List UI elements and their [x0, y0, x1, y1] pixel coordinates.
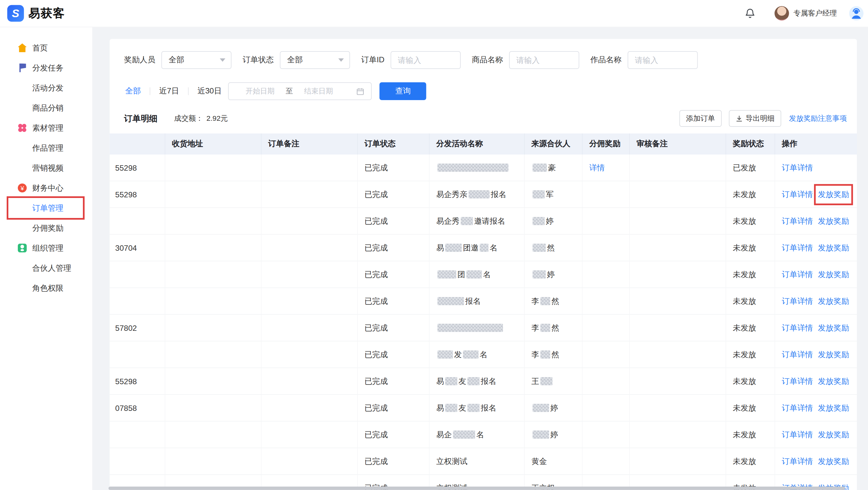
partner-cell: 婷 — [525, 262, 583, 288]
partner-cell: 黄金 — [525, 448, 583, 475]
product-name-input[interactable] — [509, 51, 579, 69]
grant-reward-link[interactable]: 发放奖励 — [818, 216, 849, 226]
censored-blur — [533, 431, 550, 439]
customer-service-icon[interactable] — [849, 6, 864, 21]
order-detail-link[interactable]: 订单详情 — [782, 323, 813, 333]
horizontal-scrollbar[interactable] — [108, 487, 868, 490]
sidebar-item-works-management[interactable]: 作品管理 — [0, 138, 93, 158]
sidebar-item-order-management[interactable]: 订单管理 — [0, 198, 93, 218]
order-id-cell — [110, 288, 165, 314]
commission-cell — [583, 395, 630, 421]
order-detail-link[interactable]: 订单详情 — [782, 216, 813, 226]
commission-detail-link[interactable]: 详情 — [589, 163, 605, 173]
cell-text: 婷 — [546, 216, 554, 226]
grant-reward-link[interactable]: 发放奖励 — [818, 189, 849, 200]
sidebar-item-home[interactable]: 首页 — [0, 38, 93, 58]
censored-blur — [533, 190, 545, 199]
add-order-button[interactable]: 添加订单 — [679, 110, 722, 127]
censored-blur — [533, 244, 546, 252]
order-detail-link[interactable]: 订单详情 — [782, 403, 813, 413]
order-status-cell: 已完成 — [358, 315, 430, 341]
org-icon — [18, 244, 27, 253]
grant-reward-link[interactable]: 发放奖励 — [818, 376, 849, 386]
remark-cell — [262, 341, 358, 368]
reward-status-cell: 未发放 — [726, 422, 775, 448]
sidebar-item-role-permissions[interactable]: 角色权限 — [0, 278, 93, 298]
order-detail-link[interactable]: 订单详情 — [782, 269, 813, 280]
order-detail-link[interactable]: 订单详情 — [782, 350, 813, 360]
censored-blur — [533, 217, 545, 225]
order-detail-link[interactable]: 订单详情 — [782, 456, 813, 466]
quick-filter-all[interactable]: 全部 — [125, 86, 141, 96]
censored-blur — [437, 297, 464, 305]
reward-notes-link[interactable]: 发放奖励注意事项 — [789, 113, 847, 124]
remark-cell — [262, 155, 358, 181]
sidebar-item-product-distribution[interactable]: 商品分销 — [0, 98, 93, 118]
order-id-cell: 07858 — [110, 395, 165, 421]
censored-blur — [533, 164, 547, 172]
audit-cell — [630, 448, 726, 475]
address-cell — [165, 155, 262, 181]
commission-cell — [583, 182, 630, 207]
reward-person-select[interactable]: 全部 — [161, 51, 232, 69]
order-id-cell — [110, 208, 165, 234]
cell-text: 婷 — [547, 269, 555, 280]
user-avatar[interactable] — [775, 6, 789, 21]
sidebar-item-marketing-videos[interactable]: 营销视频 — [0, 158, 93, 178]
partner-cell: 李然 — [525, 315, 583, 341]
order-detail-link[interactable]: 订单详情 — [782, 296, 813, 306]
order-detail-link[interactable]: 订单详情 — [782, 243, 813, 253]
activity-cell: 易友报名 — [430, 368, 525, 394]
export-button[interactable]: 导出明细 — [729, 110, 781, 127]
sidebar-item-label: 商品分销 — [32, 104, 64, 112]
reward-status-cell: 未发放 — [726, 395, 775, 421]
work-name-input[interactable] — [628, 51, 698, 69]
order-detail-link[interactable]: 订单详情 — [782, 430, 813, 440]
order-id-cell: 57802 — [110, 315, 165, 341]
grant-reward-link[interactable]: 发放奖励 — [818, 296, 849, 306]
sidebar-item-label: 营销视频 — [32, 164, 64, 172]
order-detail-link[interactable]: 订单详情 — [782, 189, 813, 200]
order-detail-link[interactable]: 订单详情 — [782, 376, 813, 386]
sidebar-item-finance-center[interactable]: 财务中心 — [0, 178, 93, 198]
cell-text: 发 — [454, 350, 462, 360]
grant-reward-link[interactable]: 发放奖励 — [818, 323, 849, 333]
quick-filter-7d[interactable]: 近7日 — [159, 86, 179, 96]
sidebar-item-material-management[interactable]: 素材管理 — [0, 118, 93, 138]
top-header: S 易获客 专属客户经理 — [0, 0, 868, 27]
order-status-select[interactable]: 全部 — [280, 51, 350, 69]
grant-reward-link[interactable]: 发放奖励 — [818, 350, 849, 360]
reward-status-cell: 未发放 — [726, 235, 775, 261]
grant-reward-link[interactable]: 发放奖励 — [818, 243, 849, 253]
sidebar-item-label: 组织管理 — [32, 244, 64, 253]
section-title: 订单明细 — [124, 113, 157, 124]
activity-cell: 易团邀名 — [430, 235, 525, 261]
notification-bell-icon[interactable] — [745, 8, 756, 19]
table-row: 07858已完成易友报名婷未发放订单详情发放奖励 — [110, 395, 857, 422]
grant-reward-link[interactable]: 发放奖励 — [818, 430, 849, 440]
grant-reward-link[interactable]: 发放奖励 — [818, 269, 849, 280]
sidebar-item-distribution-tasks[interactable]: 分发任务 — [0, 58, 93, 78]
cell-text: 易企秀 — [436, 216, 460, 226]
date-range-picker[interactable]: 开始日期 至 结束日期 — [228, 82, 372, 100]
grant-reward-link[interactable]: 发放奖励 — [818, 403, 849, 413]
order-detail-link[interactable]: 订单详情 — [782, 163, 813, 173]
audit-cell — [630, 422, 726, 448]
order-id-input[interactable] — [391, 51, 461, 69]
commission-cell — [583, 368, 630, 394]
column-header-6: 分佣奖励 — [583, 133, 630, 155]
remark-cell — [262, 368, 358, 394]
partner-cell: 婷 — [525, 208, 583, 234]
sidebar-item-organization-management[interactable]: 组织管理 — [0, 238, 93, 258]
reward-status-cell: 未发放 — [726, 341, 775, 368]
sidebar-item-activity-distribution[interactable]: 活动分发 — [0, 78, 93, 98]
grant-reward-link[interactable]: 发放奖励 — [818, 456, 849, 466]
sidebar-item-commission-rewards[interactable]: 分佣奖励 — [0, 218, 93, 238]
quick-filter-30d[interactable]: 近30日 — [197, 86, 222, 96]
brand-name: 易获客 — [28, 6, 65, 21]
scrollbar-thumb[interactable] — [108, 487, 845, 490]
reward-person-label: 奖励人员 — [124, 55, 155, 65]
sidebar-item-partner-management[interactable]: 合伙人管理 — [0, 258, 93, 278]
cell-text: 友 — [459, 403, 466, 413]
search-button[interactable]: 查询 — [380, 82, 426, 100]
